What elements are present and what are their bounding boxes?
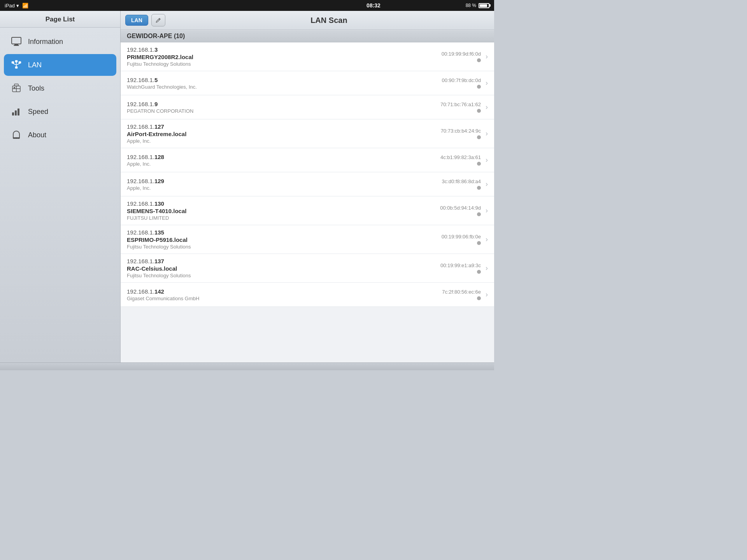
scan-content[interactable]: GEWIDOR-APE (10) 192.168.1.3PRIMERGY2008…	[121, 30, 494, 362]
device-mac: 4c:b1:99:82:3a:61	[440, 154, 481, 160]
device-mac-area: 7c:2f:80:56:ec:6e	[442, 289, 481, 300]
device-mac-area: 00:19:99:06:fb:0e	[442, 234, 481, 245]
device-ip: 192.168.1.9	[127, 101, 440, 107]
sidebar-item-tools[interactable]: Tools	[4, 77, 116, 99]
status-dot	[477, 135, 481, 139]
chevron-right-icon: ›	[486, 79, 488, 87]
sidebar-item-about[interactable]: About	[4, 124, 116, 146]
device-ip: 192.168.1.142	[127, 288, 442, 295]
device-info: 192.168.1.128Apple, Inc.	[127, 154, 440, 167]
device-ip: 192.168.1.129	[127, 178, 442, 184]
device-vendor: WatchGuard Technologies, Inc.	[127, 84, 442, 90]
device-info: 192.168.1.129Apple, Inc.	[127, 178, 442, 191]
device-ip: 192.168.1.137	[127, 258, 440, 264]
monitor-icon	[10, 35, 23, 48]
device-vendor: FUJITSU LIMITED	[127, 215, 440, 221]
device-ip: 192.168.1.128	[127, 154, 440, 160]
sidebar-item-speed[interactable]: Speed	[4, 101, 116, 122]
sidebar-item-label: Information	[28, 38, 63, 46]
device-hostname: AirPort-Extreme.local	[127, 131, 441, 137]
device-ip: 192.168.1.130	[127, 200, 440, 207]
device-row[interactable]: 192.168.1.130SIEMENS-T4010.localFUJITSU …	[121, 196, 494, 225]
svg-line-9	[16, 63, 20, 65]
device-list: 192.168.1.3PRIMERGY2008R2.localFujitsu T…	[121, 42, 494, 307]
device-row[interactable]: 192.168.1.137RAC-Celsius.localFujitsu Te…	[121, 254, 494, 283]
chevron-right-icon: ›	[486, 52, 488, 61]
edit-button[interactable]	[151, 14, 165, 26]
device-row[interactable]: 192.168.1.3PRIMERGY2008R2.localFujitsu T…	[121, 42, 494, 71]
device-info: 192.168.1.9PEGATRON CORPORATION	[127, 101, 440, 114]
svg-rect-15	[14, 87, 15, 88]
device-mac-area: 70:73:cb:b4:24:9c	[441, 128, 481, 139]
sidebar-title: Page List	[0, 11, 120, 28]
svg-rect-4	[15, 60, 18, 62]
device-row[interactable]: 192.168.1.5WatchGuard Technologies, Inc.…	[121, 71, 494, 95]
svg-rect-3	[12, 61, 14, 63]
lan-icon	[10, 59, 23, 71]
status-time: 08:32	[366, 2, 381, 9]
speed-icon	[10, 105, 23, 118]
device-info: 192.168.1.130SIEMENS-T4010.localFUJITSU …	[127, 200, 440, 221]
device-mac-area: 00:90:7f:9b:dc:0d	[442, 77, 481, 89]
status-dot	[477, 212, 481, 216]
device-info: 192.168.1.3PRIMERGY2008R2.localFujitsu T…	[127, 46, 442, 67]
device-hostname: RAC-Celsius.local	[127, 265, 440, 272]
device-info: 192.168.1.142Gigaset Communications GmbH	[127, 288, 442, 301]
device-mac-area: 00:0b:5d:94:14:9d	[440, 205, 481, 216]
chevron-right-icon: ›	[486, 206, 488, 215]
status-right: 88 %	[466, 3, 489, 8]
device-ip: 192.168.1.135	[127, 229, 442, 236]
svg-rect-16	[12, 112, 14, 116]
device-row[interactable]: 192.168.1.142Gigaset Communications GmbH…	[121, 283, 494, 307]
status-dot	[477, 296, 481, 300]
sidebar-item-lan[interactable]: LAN	[4, 54, 116, 76]
svg-rect-17	[15, 110, 17, 116]
device-row[interactable]: 192.168.1.127AirPort-Extreme.localApple,…	[121, 119, 494, 148]
sidebar-nav: Information LAN	[0, 28, 120, 149]
device-info: 192.168.1.5WatchGuard Technologies, Inc.	[127, 77, 442, 90]
status-dot	[477, 109, 481, 113]
svg-rect-19	[15, 137, 18, 139]
device-mac-area: 4c:b1:99:82:3a:61	[440, 154, 481, 166]
chevron-right-icon: ›	[486, 130, 488, 138]
device-vendor: Apple, Inc.	[127, 185, 442, 191]
device-info: 192.168.1.127AirPort-Extreme.localApple,…	[127, 123, 441, 144]
battery-icon	[479, 3, 489, 8]
device-mac: 00:0b:5d:94:14:9d	[440, 205, 481, 211]
device-mac: 70:73:cb:b4:24:9c	[441, 128, 481, 134]
device-mac-area: 3c:d0:f8:86:8d:a4	[442, 178, 481, 190]
device-vendor: Fujitsu Technology Solutions	[127, 273, 440, 278]
device-label: iPad ▾	[5, 3, 19, 9]
device-mac: 7c:2f:80:56:ec:6e	[442, 289, 481, 295]
status-dot	[477, 162, 481, 166]
toolbar-title: LAN Scan	[168, 16, 489, 25]
bottom-bar	[0, 362, 494, 370]
device-ip: 192.168.1.5	[127, 77, 442, 83]
svg-line-8	[13, 63, 16, 65]
device-vendor: Fujitsu Technology Solutions	[127, 61, 442, 67]
device-mac: 00:19:99:e1:a9:3c	[440, 262, 481, 268]
device-vendor: PEGATRON CORPORATION	[127, 108, 440, 114]
lan-button[interactable]: LAN	[125, 15, 148, 26]
main-content: Page List Information	[0, 11, 494, 362]
device-row[interactable]: 192.168.1.9PEGATRON CORPORATION70:71:bc:…	[121, 95, 494, 119]
status-left: iPad ▾ 📶	[5, 3, 28, 9]
device-vendor: Gigaset Communications GmbH	[127, 296, 442, 301]
svg-rect-6	[15, 66, 18, 68]
svg-rect-2	[14, 45, 19, 46]
sidebar: Page List Information	[0, 11, 121, 362]
chevron-right-icon: ›	[486, 156, 488, 164]
sidebar-item-information[interactable]: Information	[4, 31, 116, 52]
device-row[interactable]: 192.168.1.135ESPRIMO-P5916.localFujitsu …	[121, 225, 494, 254]
about-icon	[10, 129, 23, 141]
device-mac: 00:19:99:06:fb:0e	[442, 234, 481, 240]
status-dot	[477, 58, 481, 62]
device-hostname: ESPRIMO-P5916.local	[127, 236, 442, 243]
status-dot	[477, 85, 481, 89]
device-ip: 192.168.1.127	[127, 123, 441, 130]
device-mac-area: 00:19:99:9d:f6:0d	[442, 51, 481, 62]
sidebar-item-label: LAN	[28, 61, 42, 69]
device-row[interactable]: 192.168.1.128Apple, Inc.4c:b1:99:82:3a:6…	[121, 148, 494, 172]
toolbar: LAN LAN Scan	[121, 11, 494, 30]
device-row[interactable]: 192.168.1.129Apple, Inc.3c:d0:f8:86:8d:a…	[121, 172, 494, 196]
